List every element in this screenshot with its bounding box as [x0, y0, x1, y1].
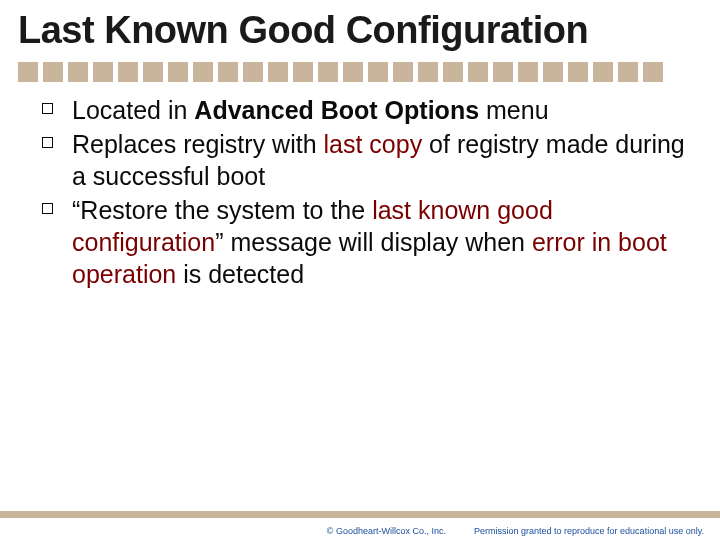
bullet-highlight: last copy [323, 130, 422, 158]
bullet-text: Located in [72, 96, 194, 124]
square-icon [68, 62, 88, 82]
square-icon [443, 62, 463, 82]
slide-title: Last Known Good Configuration [0, 0, 720, 52]
bullet-text: “Restore the system to the [72, 196, 372, 224]
square-icon [318, 62, 338, 82]
bullet-text: menu [479, 96, 548, 124]
bullet-text: Replaces registry with [72, 130, 323, 158]
square-icon [293, 62, 313, 82]
footer-copyright: © Goodheart-Willcox Co., Inc. [327, 526, 446, 536]
square-icon [468, 62, 488, 82]
content-area: Located in Advanced Boot Options menu Re… [0, 82, 720, 290]
footer: © Goodheart-Willcox Co., Inc. Permission… [0, 526, 720, 536]
square-icon [493, 62, 513, 82]
square-icon [143, 62, 163, 82]
square-icon [243, 62, 263, 82]
square-icon [218, 62, 238, 82]
square-icon [568, 62, 588, 82]
square-icon [118, 62, 138, 82]
square-icon [418, 62, 438, 82]
square-icon [268, 62, 288, 82]
bullet-list: Located in Advanced Boot Options menu Re… [42, 94, 690, 290]
square-icon [93, 62, 113, 82]
square-icon [393, 62, 413, 82]
square-icon [368, 62, 388, 82]
square-icon [43, 62, 63, 82]
square-icon [543, 62, 563, 82]
bullet-text: ” message will display when [215, 228, 532, 256]
bottom-bar [0, 511, 720, 518]
square-icon [18, 62, 38, 82]
square-icon [168, 62, 188, 82]
square-icon [618, 62, 638, 82]
square-icon [343, 62, 363, 82]
bullet-item: “Restore the system to the last known go… [42, 194, 690, 290]
square-icon [193, 62, 213, 82]
square-icon [518, 62, 538, 82]
bullet-item: Replaces registry with last copy of regi… [42, 128, 690, 192]
bullet-text: is detected [176, 260, 304, 288]
footer-permission: Permission granted to reproduce for educ… [474, 526, 704, 536]
square-icon [643, 62, 663, 82]
decorative-squares [0, 52, 720, 82]
slide: Last Known Good Configuration Located i [0, 0, 720, 540]
bullet-bold: Advanced Boot Options [194, 96, 479, 124]
bullet-item: Located in Advanced Boot Options menu [42, 94, 690, 126]
square-icon [593, 62, 613, 82]
